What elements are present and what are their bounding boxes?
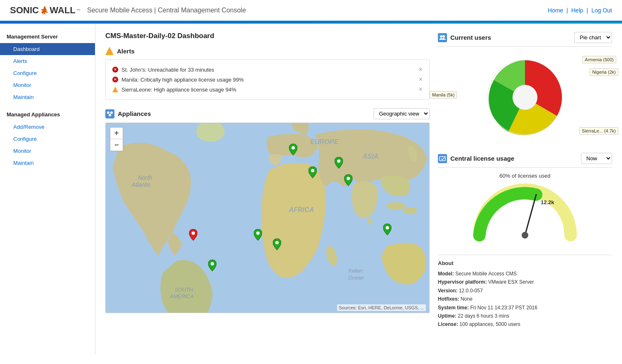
current-users-label: Current users — [450, 34, 491, 41]
alert-close-1[interactable]: × — [419, 66, 423, 73]
map-pin-central-asia[interactable] — [335, 157, 343, 169]
svg-point-24 — [347, 177, 350, 180]
sidebar: Management Server Dashboard Alerts Confi… — [0, 24, 95, 354]
sidebar-item-maintain[interactable]: Maintain — [0, 91, 95, 103]
pie-chart-container: Armenia (500) Nigeria (2k) Manila (5k) S… — [438, 52, 612, 143]
about-version-label: Version: — [438, 288, 459, 294]
view-select[interactable]: Geographic view List view — [374, 108, 430, 119]
sidebar-item-configure-appliances[interactable]: Configure — [0, 133, 95, 145]
map-background: North Atlantic EUROPE ASIA AFRICA SOUTH … — [106, 123, 429, 313]
map-zoom-out-button[interactable]: − — [110, 139, 123, 151]
svg-text:AFRICA: AFRICA — [289, 206, 314, 213]
logo: SONIC WALL ™ — [10, 5, 80, 16]
alert-error-icon-1 — [112, 67, 118, 72]
svg-point-27 — [386, 226, 389, 229]
map-pin-south-asia[interactable] — [344, 174, 352, 186]
map-pin-south-america[interactable] — [208, 260, 216, 271]
appliances-header: Appliances Geographic view List view — [105, 108, 430, 119]
about-hotfixes-value: None — [461, 296, 473, 302]
map-zoom-controls: + − — [110, 127, 123, 151]
map-pin-sierraleone[interactable] — [254, 229, 262, 241]
map-pin-armenia[interactable] — [289, 144, 297, 155]
svg-point-22 — [311, 169, 314, 172]
sidebar-management-server-title: Management Server — [0, 30, 95, 43]
sidebar-item-maintain-appliances[interactable]: Maintain — [0, 157, 95, 169]
svg-point-29 — [192, 231, 195, 235]
alert-text-2: Manila: Critically high appliance licens… — [121, 77, 244, 83]
about-license-label: License: — [438, 321, 459, 327]
svg-text:SOUTH: SOUTH — [175, 287, 193, 293]
about-fields: Model: Secure Mobile Access CMS Hypervis… — [438, 270, 612, 329]
about-systemtime-label: System time: — [438, 305, 470, 311]
about-uptime-value: 22 days 6 hours 3 mins — [458, 313, 509, 319]
pie-label-nigeria-text: Nigeria (2k) — [590, 68, 618, 76]
appliances-section-title: Appliances — [118, 110, 151, 117]
alert-row-2: Manila: Critically high appliance licens… — [112, 75, 423, 84]
license-usage-title: Central license usage — [438, 154, 514, 163]
pie-chart-svg — [484, 56, 566, 139]
svg-line-35 — [525, 195, 536, 235]
layout: Management Server Dashboard Alerts Confi… — [0, 24, 622, 354]
alert-error-icon-2 — [112, 77, 118, 82]
sidebar-item-monitor[interactable]: Monitor — [0, 79, 95, 91]
svg-text:ASIA: ASIA — [362, 152, 378, 160]
map-pin-stjohns[interactable] — [189, 229, 197, 241]
about-hypervisor-label: Hypervisor platform: — [438, 279, 488, 285]
alerts-header: Alerts — [105, 47, 430, 55]
svg-text:North: North — [138, 175, 152, 181]
nav-logout[interactable]: Log Out — [591, 7, 612, 14]
alerts-warn-icon — [105, 47, 114, 55]
about-hotfixes-label: Hotfixes: — [438, 296, 461, 302]
svg-point-0 — [107, 111, 109, 114]
sidebar-item-alerts[interactable]: Alerts — [0, 55, 95, 67]
about-section: About Model: Secure Mobile Access CMS Hy… — [438, 255, 612, 329]
pie-label-nigeria: Nigeria (2k) — [590, 68, 618, 76]
license-usage-label: Central license usage — [450, 155, 514, 162]
alert-close-2[interactable]: × — [419, 76, 423, 83]
svg-point-31 — [442, 35, 445, 38]
nav-sep-1: | — [566, 7, 568, 14]
map-zoom-in-button[interactable]: + — [110, 128, 123, 139]
about-hypervisor-value: VMware ESX Server — [488, 279, 534, 285]
sidebar-item-monitor-appliances[interactable]: Monitor — [0, 145, 95, 157]
chart-type-select[interactable]: Pie chart Bar chart — [574, 32, 612, 43]
about-model-label: Model: — [438, 271, 455, 277]
gauge-wrapper: 12.2k — [471, 181, 579, 245]
svg-text:12.2k: 12.2k — [541, 199, 554, 205]
nav-sep-2: | — [587, 7, 588, 14]
svg-point-30 — [440, 35, 442, 38]
about-model-value: Secure Mobile Access CMS — [455, 271, 517, 277]
map-pin-nigeria[interactable] — [309, 166, 317, 178]
sidebar-item-dashboard[interactable]: Dashboard — [0, 43, 95, 55]
svg-text:Ocean: Ocean — [348, 275, 364, 281]
main-content: CMS-Master-Daily-02 Dashboard Alerts St.… — [95, 24, 622, 354]
svg-point-28 — [211, 262, 214, 265]
sidebar-managed-appliances-title: Managed Appliances — [0, 108, 95, 121]
alert-text-1: St. John's: Unreachable for 33 minutes — [121, 67, 214, 73]
nav-help[interactable]: Help — [571, 7, 583, 14]
alert-row-3: SierraLeone: High appliance license usag… — [112, 84, 423, 94]
current-users-icon — [438, 33, 447, 42]
svg-point-1 — [110, 111, 113, 114]
about-license-value: 100 appliances, 5000 users — [459, 321, 520, 327]
svg-point-7 — [403, 207, 417, 214]
svg-point-21 — [292, 146, 295, 149]
page-title: CMS-Master-Daily-02 Dashboard — [105, 32, 430, 40]
svg-point-25 — [256, 231, 260, 235]
sidebar-item-configure[interactable]: Configure — [0, 67, 95, 79]
svg-text:Atlantic: Atlantic — [131, 182, 151, 188]
map-pin-africa-central[interactable] — [273, 239, 281, 250]
map-pin-east-africa[interactable] — [383, 224, 391, 235]
time-select[interactable]: Now 1 hour 1 day — [581, 153, 612, 164]
sidebar-item-add-remove[interactable]: Add/Remove — [0, 121, 95, 133]
appliances-title: Appliances — [105, 109, 151, 118]
svg-point-6 — [386, 202, 406, 210]
about-version-value: 12.0.0-057 — [459, 288, 483, 294]
alerts-title: Alerts — [117, 48, 135, 55]
header-nav: Home | Help | Log Out — [548, 7, 612, 14]
svg-point-32 — [513, 85, 537, 110]
pie-label-manila: Manila (5k) — [430, 91, 457, 99]
nav-home[interactable]: Home — [548, 7, 563, 14]
gauge-container: 60% of licenses used 12.2k — [438, 173, 612, 245]
alert-close-3[interactable]: × — [419, 86, 423, 93]
